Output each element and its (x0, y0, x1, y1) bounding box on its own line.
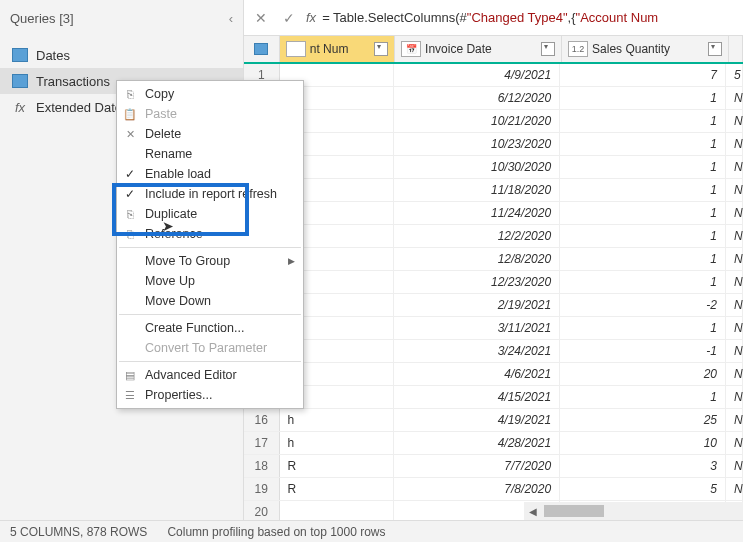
type-icon[interactable]: 📅 (401, 41, 421, 57)
row-number[interactable]: 19 (244, 478, 280, 500)
cell-sales-quantity[interactable]: -1 (560, 340, 726, 362)
cell-sales-quantity[interactable]: 1 (560, 386, 726, 408)
type-icon[interactable]: 1.2 (568, 41, 588, 57)
cell-sales-quantity[interactable]: -2 (560, 294, 726, 316)
cell-partial[interactable]: N (726, 110, 743, 132)
table-row[interactable]: 18R7/7/20203N (244, 455, 743, 478)
menu-item-create-function[interactable]: Create Function... (117, 318, 303, 338)
row-number-header[interactable] (244, 36, 280, 62)
cell-partial[interactable]: N (726, 271, 743, 293)
cell-invoice-date[interactable]: 4/15/2021 (394, 386, 560, 408)
cell-sales-quantity[interactable]: 25 (560, 409, 726, 431)
menu-item-copy[interactable]: ⎘Copy (117, 84, 303, 104)
query-item-dates[interactable]: Dates (0, 42, 243, 68)
cell-sales-quantity[interactable]: 1 (560, 202, 726, 224)
table-row[interactable]: 10/30/20201N (244, 156, 743, 179)
table-row[interactable]: 4/6/202120N (244, 363, 743, 386)
cell-invoice-date[interactable]: 2/19/2021 (394, 294, 560, 316)
cell-partial[interactable]: N (726, 87, 743, 109)
filter-dropdown-icon[interactable] (541, 42, 555, 56)
table-row[interactable]: 11/18/20201N (244, 179, 743, 202)
cell-partial[interactable]: 5 (726, 64, 743, 86)
menu-item-move-to-group[interactable]: Move To Group▶ (117, 251, 303, 271)
cell-sales-quantity[interactable]: 1 (560, 179, 726, 201)
column-header-partial[interactable] (729, 36, 743, 62)
cell-invoice-date[interactable]: 4/6/2021 (394, 363, 560, 385)
cell-partial[interactable]: N (726, 317, 743, 339)
cell-partial[interactable]: N (726, 478, 743, 500)
cell-sales-quantity[interactable]: 10 (560, 432, 726, 454)
cell-partial[interactable]: N (726, 386, 743, 408)
cell-invoice-date[interactable]: 6/12/2020 (394, 87, 560, 109)
menu-item-rename[interactable]: Rename (117, 144, 303, 164)
table-row[interactable]: 14/9/202175 (244, 64, 743, 87)
menu-item-move-down[interactable]: Move Down (117, 291, 303, 311)
cell-invoice-date[interactable]: 10/30/2020 (394, 156, 560, 178)
cell-invoice-date[interactable]: 3/24/2021 (394, 340, 560, 362)
status-profiling[interactable]: Column profiling based on top 1000 rows (167, 525, 385, 539)
cell-sales-quantity[interactable]: 1 (560, 110, 726, 132)
cell-invoice-date[interactable]: 10/23/2020 (394, 133, 560, 155)
menu-item-duplicate[interactable]: ⎘Duplicate (117, 204, 303, 224)
cell-account-num[interactable]: R (280, 478, 395, 500)
cell-partial[interactable]: N (726, 432, 743, 454)
cell-sales-quantity[interactable]: 1 (560, 225, 726, 247)
cell-partial[interactable]: N (726, 202, 743, 224)
cell-partial[interactable]: N (726, 248, 743, 270)
table-row[interactable]: 3/11/20211N (244, 317, 743, 340)
cell-account-num[interactable]: R (280, 455, 395, 477)
cell-invoice-date[interactable]: 12/8/2020 (394, 248, 560, 270)
cell-sales-quantity[interactable]: 1 (560, 87, 726, 109)
table-row[interactable]: 6/12/20201N (244, 87, 743, 110)
cell-sales-quantity[interactable]: 1 (560, 133, 726, 155)
fx-icon[interactable]: fx (306, 10, 316, 25)
filter-dropdown-icon[interactable] (374, 42, 388, 56)
table-row[interactable]: 2/19/2021-2N (244, 294, 743, 317)
cell-partial[interactable]: N (726, 225, 743, 247)
horizontal-scrollbar[interactable]: ◀ (524, 502, 743, 520)
cell-sales-quantity[interactable]: 5 (560, 478, 726, 500)
table-row[interactable]: 12/2/20201N (244, 225, 743, 248)
table-row[interactable]: 11/24/20201N (244, 202, 743, 225)
menu-item-move-up[interactable]: Move Up (117, 271, 303, 291)
cell-partial[interactable]: N (726, 294, 743, 316)
accept-formula-icon[interactable]: ✓ (278, 7, 300, 29)
cell-invoice-date[interactable]: 4/28/2021 (394, 432, 560, 454)
column-header-invoice-date[interactable]: 📅 Invoice Date (395, 36, 562, 62)
cell-partial[interactable]: N (726, 340, 743, 362)
cell-invoice-date[interactable]: 12/23/2020 (394, 271, 560, 293)
cell-account-num[interactable]: h (280, 409, 395, 431)
cell-partial[interactable]: N (726, 409, 743, 431)
cell-invoice-date[interactable]: 7/7/2020 (394, 455, 560, 477)
type-icon[interactable] (286, 41, 306, 57)
table-row[interactable]: 16h4/19/202125N (244, 409, 743, 432)
row-number[interactable]: 16 (244, 409, 280, 431)
cell-sales-quantity[interactable]: 20 (560, 363, 726, 385)
cell-sales-quantity[interactable]: 7 (560, 64, 726, 86)
cell-sales-quantity[interactable]: 1 (560, 248, 726, 270)
cell-sales-quantity[interactable]: 1 (560, 271, 726, 293)
cell-partial[interactable]: N (726, 455, 743, 477)
cell-invoice-date[interactable]: 11/18/2020 (394, 179, 560, 201)
table-row[interactable]: 12/23/20201N (244, 271, 743, 294)
menu-item-properties[interactable]: ☰Properties... (117, 385, 303, 405)
menu-item-include-in-report-refresh[interactable]: ✓Include in report refresh (117, 184, 303, 204)
table-row[interactable]: 15h4/15/20211N (244, 386, 743, 409)
cell-invoice-date[interactable]: 7/8/2020 (394, 478, 560, 500)
table-row[interactable]: 12/8/20201N (244, 248, 743, 271)
table-row[interactable]: 3/24/2021-1N (244, 340, 743, 363)
filter-dropdown-icon[interactable] (708, 42, 722, 56)
formula-text[interactable]: = Table.SelectColumns(#"Changed Type4",{… (322, 10, 737, 25)
table-row[interactable]: 17h4/28/202110N (244, 432, 743, 455)
table-row[interactable]: 10/21/20201N (244, 110, 743, 133)
cell-invoice-date[interactable]: 4/9/2021 (394, 64, 560, 86)
column-header-account-num[interactable]: nt Num (280, 36, 395, 62)
menu-item-advanced-editor[interactable]: ▤Advanced Editor (117, 365, 303, 385)
cell-invoice-date[interactable]: 11/24/2020 (394, 202, 560, 224)
scroll-thumb[interactable] (544, 505, 604, 517)
cell-sales-quantity[interactable]: 3 (560, 455, 726, 477)
column-header-sales-quantity[interactable]: 1.2 Sales Quantity (562, 36, 729, 62)
cell-sales-quantity[interactable]: 1 (560, 156, 726, 178)
menu-item-enable-load[interactable]: ✓Enable load (117, 164, 303, 184)
cell-account-num[interactable]: h (280, 432, 395, 454)
